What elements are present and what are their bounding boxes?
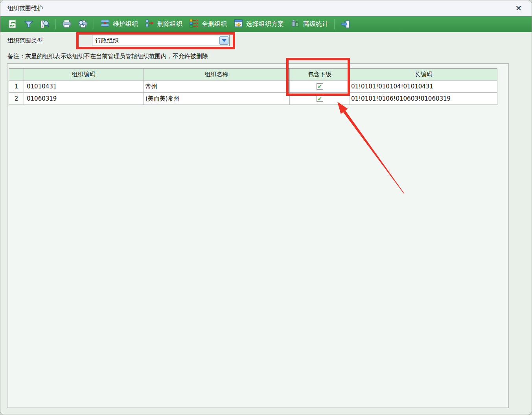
- toolbar-separator: [55, 19, 56, 29]
- delete-all-org-icon: [189, 18, 199, 30]
- column-header-include-sub[interactable]: 包含下级: [290, 69, 350, 80]
- delete-all-org-button[interactable]: 全删组织: [189, 18, 227, 30]
- row-number: 2: [9, 93, 24, 105]
- toolbar-button-label: 高级统计: [303, 20, 328, 28]
- toolbar-button-label: 选择组织方案: [246, 20, 284, 28]
- include-sub-checkbox[interactable]: ✔: [317, 83, 323, 90]
- org-name-cell[interactable]: 常州: [144, 81, 289, 92]
- filter-icon[interactable]: [23, 19, 34, 29]
- table-corner-cell: [9, 69, 24, 80]
- refresh-icon[interactable]: [7, 19, 18, 29]
- column-header-org-name[interactable]: 组织名称: [144, 69, 289, 80]
- long-code-cell[interactable]: 01!0101!010104!01010431: [350, 81, 497, 92]
- toolbar-separator: [334, 19, 335, 29]
- window-title: 组织范围维护: [7, 5, 513, 12]
- advanced-stats-icon: [290, 18, 300, 30]
- exit-icon[interactable]: [340, 19, 351, 29]
- select-org-scheme-button[interactable]: 选择组织方案: [233, 18, 284, 30]
- delete-org-button[interactable]: 删除组织: [144, 18, 182, 30]
- note-text: 备注：灰显的组织表示该组织不在当前管理员管辖组织范围内，不允许被删除: [7, 53, 208, 60]
- row-number: 1: [9, 81, 24, 92]
- delete-org-icon: [144, 18, 155, 30]
- maintain-org-icon: [100, 18, 110, 30]
- grid-panel: 组织编码 组织名称 包含下级 长编码 1 01010431 常州 ✔ 01!01…: [7, 63, 509, 408]
- toolbar-button-label: 全删组织: [202, 20, 227, 28]
- check-icon: ✔: [318, 96, 322, 101]
- org-name-cell[interactable]: (美而美)常州: [144, 93, 289, 105]
- combobox-dropdown-button[interactable]: [219, 36, 228, 45]
- dialog-window: 组织范围维护 ✕: [0, 0, 532, 415]
- column-header-long-code[interactable]: 长编码: [350, 69, 497, 80]
- column-header-org-code[interactable]: 组织编码: [24, 69, 143, 80]
- select-org-scheme-icon: [233, 18, 243, 30]
- org-table: 组织编码 组织名称 包含下级 长编码 1 01010431 常州 ✔ 01!01…: [9, 68, 497, 105]
- maintain-org-button[interactable]: 维护组织: [100, 18, 138, 30]
- include-sub-cell[interactable]: ✔: [290, 93, 350, 105]
- toolbar-button-label: 维护组织: [113, 20, 138, 28]
- org-code-cell[interactable]: 01010431: [24, 81, 143, 92]
- org-code-cell[interactable]: 01060319: [24, 93, 143, 105]
- scope-type-label: 组织范围类型: [7, 37, 43, 44]
- include-sub-cell[interactable]: ✔: [290, 81, 350, 92]
- toolbar-button-label: 删除组织: [157, 20, 182, 28]
- locate-icon[interactable]: [39, 19, 50, 29]
- title-bar: 组织范围维护 ✕: [0, 0, 532, 16]
- scope-type-combobox[interactable]: 行政组织: [92, 35, 230, 46]
- close-icon[interactable]: ✕: [513, 2, 525, 14]
- long-code-cell[interactable]: 01!0101!0106!010603!01060319: [350, 93, 497, 105]
- toolbar-separator: [94, 19, 94, 29]
- advanced-stats-button[interactable]: 高级统计: [290, 18, 328, 30]
- print-icon[interactable]: [61, 19, 72, 29]
- check-icon: ✔: [318, 84, 322, 89]
- include-sub-checkbox[interactable]: ✔: [317, 95, 323, 102]
- scope-type-value: 行政组织: [95, 37, 119, 44]
- toolbar: 维护组织 删除组织: [0, 16, 532, 32]
- chevron-down-icon: [222, 39, 226, 42]
- print-preview-icon[interactable]: [77, 19, 88, 29]
